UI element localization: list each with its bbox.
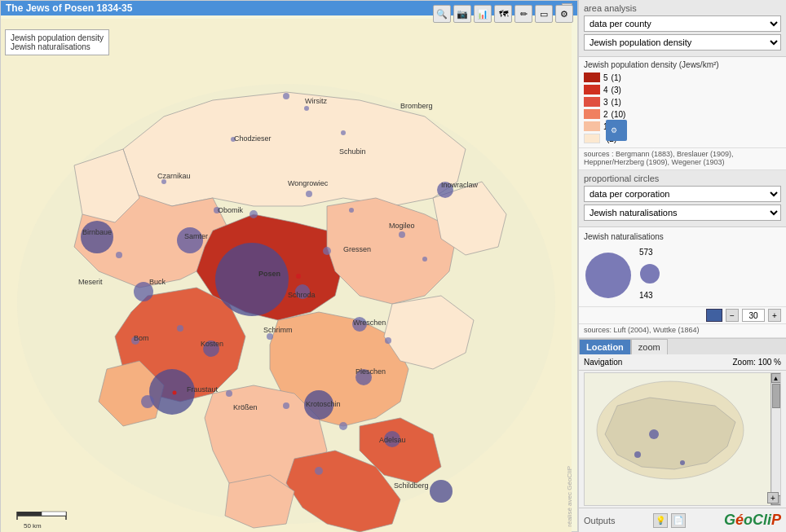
increase-scale-button[interactable]: + (768, 309, 781, 322)
sources-area-analysis: sources : Bergmann (1883), Breslauer (19… (579, 148, 786, 170)
svg-text:Schildberg: Schildberg (394, 481, 429, 490)
document-icon[interactable]: 📄 (671, 513, 686, 528)
svg-point-28 (116, 252, 122, 258)
chart-tool-button[interactable]: 📊 (474, 5, 492, 23)
svg-point-37 (296, 274, 301, 279)
legend-box: Jewish population density Jewish natural… (5, 29, 109, 55)
svg-point-17 (341, 130, 346, 135)
circle-big-value: 573 (639, 248, 660, 257)
svg-text:Krotoschin: Krotoschin (306, 400, 341, 408)
density-dropdown[interactable]: Jewish population density (584, 34, 781, 51)
density-swatch-5 (584, 73, 600, 82)
svg-text:Bromberg: Bromberg (400, 102, 433, 110)
svg-point-36 (315, 467, 323, 475)
density-count-5: (1) (612, 73, 621, 82)
svg-point-79 (680, 460, 685, 465)
legend-item-naturalisations[interactable]: Jewish naturalisations (11, 42, 104, 51)
svg-text:Meserit: Meserit (78, 278, 103, 286)
circles-legend: Jewish naturalisations 573 143 (579, 227, 786, 307)
density-swatch-1 (584, 121, 600, 131)
tab-location[interactable]: Location (579, 339, 631, 354)
svg-text:Wongrowiec: Wongrowiec (288, 179, 329, 187)
svg-point-34 (339, 422, 347, 430)
density-count-4: (3) (612, 86, 621, 95)
svg-text:Obomik: Obomik (218, 206, 244, 214)
svg-text:Buck: Buck (149, 278, 166, 286)
svg-point-78 (634, 451, 641, 458)
map-panel: The Jews of Posen 1834-35 _ 🔍 📷 📊 🗺 ✏ ▭ … (0, 0, 578, 532)
density-swatch-2 (584, 109, 600, 119)
svg-text:Schroda: Schroda (288, 291, 316, 299)
svg-text:Gressen: Gressen (343, 245, 371, 253)
proportional-title: proportional circles (584, 174, 781, 183)
area-analysis-title: area analysis (584, 3, 781, 13)
naturalisations-dropdown[interactable]: Jewish naturalisations (584, 204, 781, 221)
svg-text:50 km: 50 km (24, 522, 42, 530)
density-count-2: (10) (612, 110, 626, 119)
map-tool-button[interactable]: 🗺 (494, 5, 512, 23)
svg-text:Inowraclaw: Inowraclaw (441, 181, 479, 189)
draw-tool-button[interactable]: ✏ (514, 5, 532, 23)
density-val-3: 3 (603, 98, 608, 107)
svg-point-14 (430, 480, 453, 503)
rect-tool-button[interactable]: ▭ (535, 5, 553, 23)
svg-rect-68 (17, 512, 42, 516)
svg-text:Schubin: Schubin (339, 147, 366, 156)
svg-text:Schrimm: Schrimm (263, 326, 293, 334)
map-svg-container[interactable]: Wirsitz Bromberg Chodzieser Schubin Czar… (1, 1, 577, 531)
svg-point-38 (173, 391, 177, 395)
search-tool-button[interactable]: 🔍 (433, 5, 451, 23)
tab-zoom[interactable]: zoom (631, 339, 668, 354)
density-val-2: 2 (603, 110, 608, 119)
settings-tool-button[interactable]: ⚙ (555, 5, 573, 23)
county-dropdown[interactable]: data per county (584, 15, 781, 32)
geoclip-logo: GéoCliP (724, 512, 781, 529)
svg-text:Wreschen: Wreschen (353, 319, 386, 327)
watermark: réalisé avec GéoCliP (566, 466, 573, 527)
svg-text:Posen: Posen (258, 270, 280, 278)
svg-text:Samter: Samter (184, 232, 208, 240)
svg-point-15 (141, 395, 154, 408)
location-zoom-panel: Location zoom Navigation Zoom: 100 % ▲ (579, 338, 786, 508)
decrease-scale-button[interactable]: − (726, 309, 739, 322)
svg-point-22 (249, 210, 258, 218)
svg-point-2 (215, 243, 289, 316)
svg-point-23 (306, 191, 312, 197)
svg-text:Fraustaut: Fraustaut (187, 385, 219, 394)
minimap[interactable]: ▲ ▼ + (584, 372, 781, 506)
svg-text:Czarnikau: Czarnikau (157, 172, 191, 180)
legend-item-density[interactable]: Jewish population density (11, 33, 104, 42)
scroll-up-button[interactable]: ▲ (771, 373, 781, 383)
minimap-scrollbar[interactable]: ▲ ▼ (771, 373, 780, 505)
svg-point-32 (267, 333, 273, 340)
output-icons: 💡 📄 (653, 513, 686, 528)
svg-point-27 (422, 257, 427, 262)
corporation-dropdown[interactable]: data per corporation (584, 186, 781, 202)
scroll-thumb[interactable] (772, 384, 780, 408)
svg-point-77 (649, 429, 659, 439)
circle-small-value: 143 (639, 291, 660, 300)
density-val-5: 5 (603, 73, 608, 82)
scale-input[interactable] (742, 309, 765, 322)
circle-color-box[interactable] (706, 309, 722, 322)
area-analysis-section: area analysis data per county Jewish pop… (579, 0, 786, 57)
svg-text:Mogileo: Mogileo (389, 222, 415, 230)
density-swatch-4 (584, 85, 600, 95)
svg-text:Adelsau: Adelsau (379, 436, 406, 444)
density-count-3: (1) (612, 98, 621, 107)
camera-tool-button[interactable]: 📷 (453, 5, 471, 23)
circles-legend-title: Jewish naturalisations (584, 232, 781, 241)
svg-rect-69 (42, 512, 66, 516)
proportional-section: proportional circles data per corporatio… (579, 170, 786, 227)
svg-text:Kosten: Kosten (201, 340, 223, 348)
zoom-label: Zoom: 100 % (733, 358, 781, 367)
svg-text:Krößen: Krößen (233, 403, 258, 411)
svg-text:⚙: ⚙ (611, 126, 617, 134)
svg-point-31 (226, 390, 232, 397)
svg-point-30 (177, 325, 183, 332)
svg-point-26 (399, 231, 405, 238)
sources-proportional: sources: Luft (2004), Wuttke (1864) (579, 324, 786, 338)
zoom-in-minimap-button[interactable]: + (767, 492, 779, 503)
lightbulb-icon[interactable]: 💡 (653, 513, 668, 528)
svg-point-33 (283, 402, 289, 409)
